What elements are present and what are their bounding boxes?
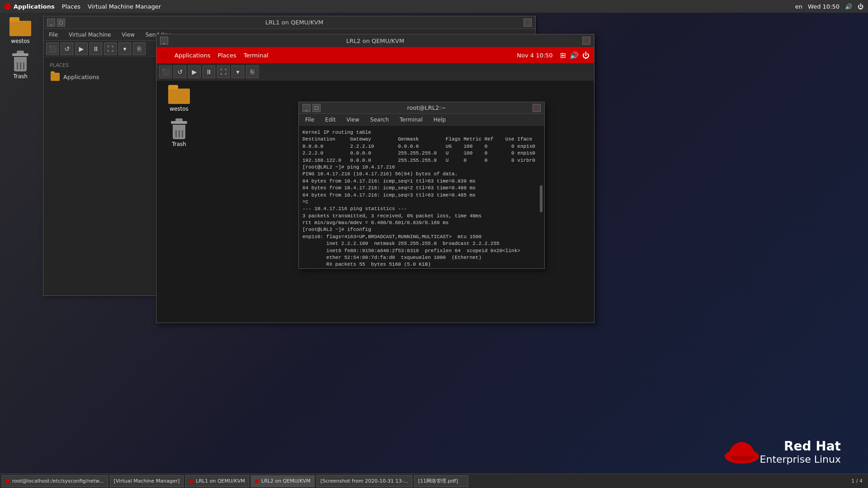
lrl2-tb-btn4[interactable]: ⏸	[203, 66, 215, 78]
applications-menu[interactable]: Applications	[5, 3, 55, 10]
taskbar-item-screenshot[interactable]: [Screenshot from 2020-10-31 13-...	[316, 475, 412, 487]
terminal-menu-help[interactable]: Help	[431, 116, 448, 124]
term-line-16: inet 2.2.2.109 netmask 255.255.255.0 bro…	[302, 240, 541, 247]
lrl1-minimize-btn[interactable]: _	[47, 19, 55, 27]
lrl1-toolbar-btn4[interactable]: ⏸	[90, 42, 102, 55]
fm-places-header: PLACES	[47, 61, 157, 70]
lrl2-icon-westos[interactable]: westos	[168, 85, 190, 112]
terminal-restore-btn[interactable]: □	[312, 104, 321, 112]
lrl2-titlebar: _ LRL2 on QEMU/KVM ✕	[156, 34, 594, 47]
taskbar-label-lrl2: LRL2 on QEMU/KVM	[261, 478, 311, 484]
taskbar-item-root[interactable]: root@localhost:/etc/sysconfig/netw...	[2, 475, 108, 487]
terminal-menu-file[interactable]: File	[302, 116, 317, 124]
lrl2-tb-btn3[interactable]: ▶	[188, 66, 201, 78]
taskbar-item-lrl2[interactable]: LRL2 on QEMU/KVM	[251, 475, 315, 487]
lrl2-icon-trash[interactable]: Trash	[171, 121, 187, 147]
terminal-title: root@LRL2:~	[321, 104, 533, 111]
term-line-5: [root@LRL2 ~]# ping 10.4.17.216	[302, 164, 541, 171]
lang-indicator: en	[795, 3, 802, 10]
lrl1-toolbar-btn2[interactable]: ↺	[61, 42, 73, 55]
top-bar-right: en Wed 10:50 🔊 ⏻	[795, 3, 863, 10]
lrl2-datetime: Nov 4 10:50	[517, 52, 552, 59]
desktop-icon-westos[interactable]: westos	[9, 17, 31, 44]
lrl1-maximize-btn[interactable]: □	[57, 19, 65, 27]
desktop-icon-trash[interactable]: Trash	[12, 53, 28, 80]
lrl1-toolbar-btn7[interactable]: ⎘	[133, 42, 146, 55]
terminal-menu-terminal[interactable]: Terminal	[397, 116, 425, 124]
lrl2-menu-terminal[interactable]: Terminal	[244, 52, 269, 59]
lrl2-power-icon[interactable]: ⏻	[582, 51, 590, 60]
volume-icon[interactable]: 🔊	[845, 3, 852, 10]
lrl2-tb-btn1[interactable]: ⬛	[159, 66, 172, 78]
lrl1-close-btn[interactable]: ✕	[524, 19, 532, 27]
desktop-icon-westos-label: westos	[11, 38, 30, 44]
term-line-9: 64 bytes from 10.4.17.216: icmp_seq=3 tt…	[302, 192, 541, 199]
power-icon[interactable]: ⏻	[858, 3, 863, 10]
term-line-2: 0.0.0.0 2.2.2.19 0.0.0.0 UG 100 0 0 enp1…	[302, 143, 541, 150]
terminal-menu-edit[interactable]: Edit	[322, 116, 338, 124]
term-line-1: Destination Gateway Genmask Flags Metric…	[302, 136, 541, 143]
lrl2-trash-body	[173, 125, 185, 139]
lrl2-trash-lines	[175, 130, 183, 137]
trash-icon-desktop	[12, 53, 28, 71]
lrl1-toolbar-btn6[interactable]: ▾	[118, 42, 131, 55]
folder-icon-westos	[9, 17, 31, 36]
lrl1-toolbar-btn5[interactable]: ⛶	[104, 42, 117, 55]
term-line-14: [root@LRL2 ~]# ifconfig	[302, 226, 541, 233]
top-bar: Applications Places Virtual Machine Mana…	[0, 0, 868, 13]
redhat-text-line1: Red Hat	[760, 439, 841, 454]
terminal-controls: _ □	[302, 104, 321, 112]
term-line-17: inet6 fe80::9150:a640:2f53:8319 prefixle…	[302, 248, 541, 254]
terminal-menu-search[interactable]: Search	[368, 116, 392, 124]
lrl2-toolbar: ⬛ ↺ ▶ ⏸ ⛶ ▾ ⎘	[156, 63, 594, 80]
lrl2-network-icon: ⊞	[560, 51, 566, 60]
term-line-0: Kernel IP routing table	[302, 129, 541, 136]
taskbar-item-lrl1[interactable]: LRL1 on QEMU/KVM	[185, 475, 249, 487]
terminal-close-btn[interactable]: ✕	[533, 104, 541, 112]
fm-sidebar-applications[interactable]: Applications	[47, 70, 157, 84]
term-line-8: 64 bytes from 10.4.17.216: icmp_seq=2 tt…	[302, 185, 541, 192]
lrl1-toolbar-btn1[interactable]: ⬛	[46, 42, 59, 55]
lrl2-menu-applications[interactable]: Applications	[175, 52, 210, 59]
applications-label[interactable]: Applications	[14, 3, 55, 10]
lrl2-tb-btn7[interactable]: ⎘	[246, 66, 259, 78]
taskbar-dot-lrl1	[189, 479, 193, 483]
lrl2-desktop-icons: westos Trash	[156, 80, 202, 323]
terminal-minimize-btn[interactable]: _	[302, 104, 311, 112]
trash-line-2	[20, 62, 21, 70]
trash-line-1	[17, 62, 18, 70]
lrl2-tb-btn5[interactable]: ⛶	[217, 66, 230, 78]
lrl2-redhat-dot	[161, 52, 167, 58]
terminal-scrollbar[interactable]	[540, 185, 542, 212]
lrl2-trash-line2	[179, 130, 180, 137]
terminal-titlebar: _ □ root@LRL2:~ ✕	[299, 102, 544, 114]
lrl2-tb-btn6[interactable]: ▾	[231, 66, 244, 78]
lrl2-menu-places[interactable]: Places	[217, 52, 236, 59]
lrl1-menu-file[interactable]: File	[46, 31, 61, 39]
taskbar-item-vmm[interactable]: [Virtual Machine Manager]	[110, 475, 184, 487]
taskbar-item-pdf[interactable]: [11网络管理.pdf]	[414, 475, 468, 487]
desktop-icon-trash-label: Trash	[13, 73, 28, 80]
lrl1-menu-view[interactable]: View	[119, 31, 137, 39]
lrl2-folder-icon	[168, 85, 190, 104]
datetime-display: Wed 10:50	[808, 3, 840, 10]
redhat-dot	[5, 3, 11, 9]
vmm-menu[interactable]: Virtual Machine Manager	[88, 3, 161, 10]
taskbar-label-vmm: [Virtual Machine Manager]	[114, 478, 180, 484]
lrl2-volume-icon[interactable]: 🔊	[570, 51, 579, 60]
taskbar-dot-lrl2	[255, 479, 259, 483]
lrl2-tb-btn2[interactable]: ↺	[174, 66, 186, 78]
terminal-content[interactable]: Kernel IP routing table Destination Gate…	[299, 126, 544, 268]
lrl1-toolbar-btn3[interactable]: ▶	[75, 42, 88, 55]
lrl2-trash-icon	[171, 121, 187, 139]
terminal-menu-view[interactable]: View	[344, 116, 362, 124]
lrl2-minimize-btn[interactable]: _	[160, 37, 168, 45]
places-menu[interactable]: Places	[62, 3, 80, 10]
fm-applications-label: Applications	[63, 74, 99, 80]
redhat-hat-svg	[724, 438, 760, 465]
lrl1-menu-vm[interactable]: Virtual Machine	[66, 31, 113, 39]
redhat-logo: Red Hat Enterprise Linux	[724, 438, 841, 465]
lrl2-close-btn[interactable]: ✕	[582, 37, 590, 45]
trash-line-3	[23, 62, 24, 70]
trash-body	[14, 57, 27, 71]
